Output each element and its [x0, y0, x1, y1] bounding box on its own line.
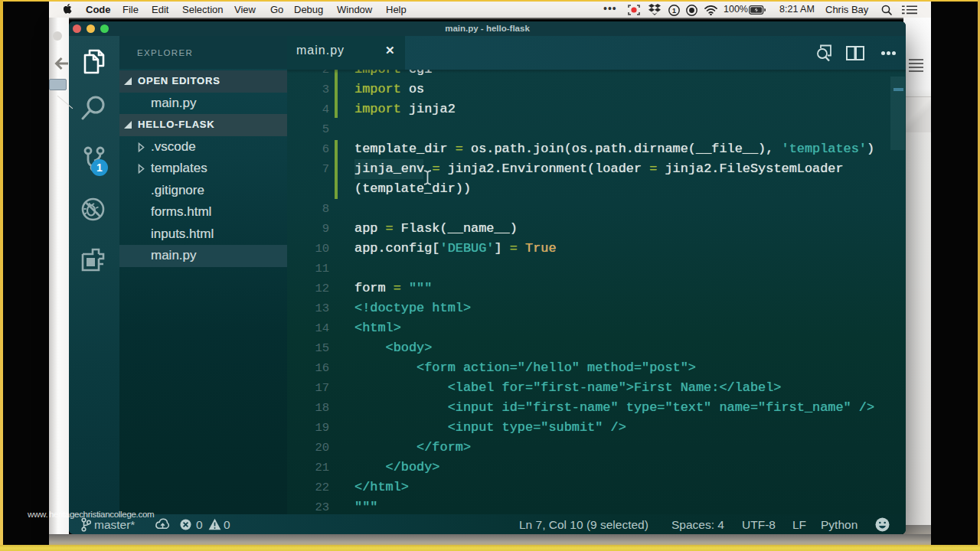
svg-text:1: 1: [672, 7, 676, 15]
